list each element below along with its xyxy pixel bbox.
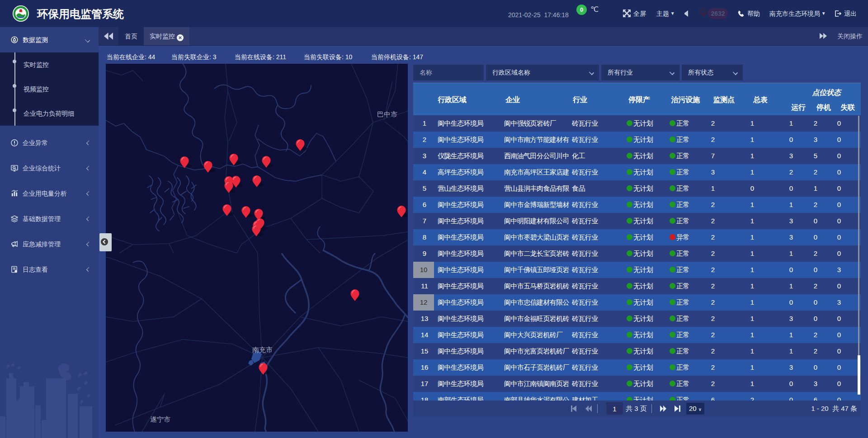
svg-text:南充市: 南充市 (252, 346, 273, 353)
svg-text:遂宁市: 遂宁市 (150, 415, 170, 423)
svg-text:巴中市: 巴中市 (377, 110, 397, 118)
